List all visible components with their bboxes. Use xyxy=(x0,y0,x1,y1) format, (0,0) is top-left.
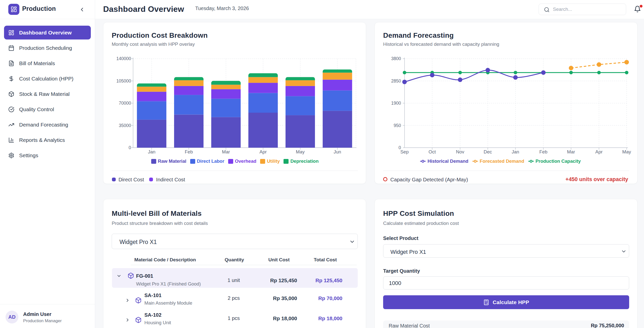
svg-text:Jan: Jan xyxy=(148,149,155,154)
svg-text:Dec: Dec xyxy=(484,149,492,154)
svg-text:Apr: Apr xyxy=(595,149,603,154)
svg-text:0: 0 xyxy=(129,145,131,150)
svg-text:Mar: Mar xyxy=(222,149,230,154)
svg-text:Feb: Feb xyxy=(539,149,547,154)
svg-text:105000: 105000 xyxy=(116,78,131,84)
svg-text:140000: 140000 xyxy=(116,56,131,61)
svg-text:Jun: Jun xyxy=(334,149,341,154)
svg-text:Jan: Jan xyxy=(512,149,519,154)
svg-text:Apr: Apr xyxy=(259,149,267,154)
svg-text:Mar: Mar xyxy=(567,149,575,154)
svg-text:Nov: Nov xyxy=(456,149,465,154)
svg-text:35000: 35000 xyxy=(119,123,131,128)
svg-text:May: May xyxy=(296,149,305,154)
svg-text:950: 950 xyxy=(394,123,401,128)
svg-text:70000: 70000 xyxy=(119,101,131,106)
svg-text:Feb: Feb xyxy=(185,149,193,154)
svg-text:May: May xyxy=(622,149,631,154)
svg-text:Oct: Oct xyxy=(429,149,436,154)
svg-text:Sep: Sep xyxy=(400,149,409,154)
svg-text:3800: 3800 xyxy=(391,56,401,61)
svg-text:2850: 2850 xyxy=(391,78,401,84)
svg-text:1900: 1900 xyxy=(391,101,401,106)
